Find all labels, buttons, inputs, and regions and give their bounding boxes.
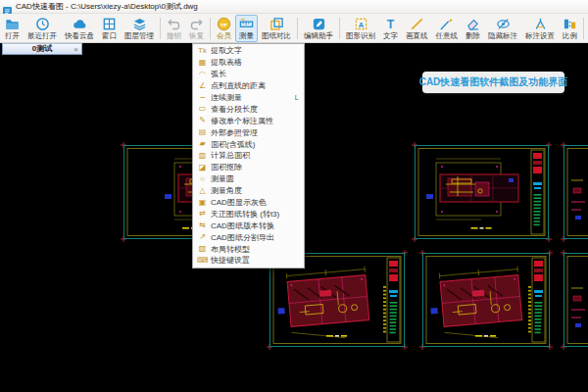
drawing-compare-button[interactable]: 图纸对比 [258,15,295,42]
version-convert-icon: ⇆ [197,220,208,230]
menu-item[interactable]: ◪面积抠除 [193,162,304,173]
main-toolbar: 打开最近打开快看云盘窗口图层管理撤销恢复VIP会员测量图纸对比编辑助手A图形识别… [0,14,588,43]
document-tab-label: 0测试 [32,44,52,54]
menu-item[interactable]: ▰面积(含弧线) [193,138,304,150]
recent-open-label: 最近打开 [27,31,57,40]
menu-item[interactable]: ▥计算总面积 [193,150,304,162]
delete-button[interactable]: 删除 [462,15,484,42]
measure-label: 测量 [239,31,254,40]
open-label: 打开 [5,31,20,40]
menu-item-label: 弧长 [211,69,226,79]
tab-close-icon[interactable]: × [74,44,78,55]
menu-item[interactable]: Tk提取文字 [193,45,304,57]
menu-item[interactable]: ✎修改单个标注属性 [193,115,304,126]
svg-text:VIP: VIP [220,23,227,27]
cad-sheet-top-right [415,145,549,239]
scale-icon [563,17,577,31]
menu-item[interactable]: ⇆CAD图纸版本转换 [193,220,304,231]
cad-sheet-bottom-far-right-partial [564,253,588,347]
freehand-line-label: 任意线 [436,31,459,40]
menu-item[interactable]: ⌨快捷键设置 [193,255,304,267]
drawing-compare-label: 图纸对比 [262,31,291,40]
menu-item[interactable]: ▧布局转模型 [193,243,304,255]
undo-icon [167,17,181,31]
menu-item[interactable]: ▣CAD图显示灰色 [193,197,304,209]
freehand-line-icon [439,17,454,31]
menu-item[interactable]: ↗CAD图纸分割导出 [193,231,304,243]
menu-item[interactable]: △测量角度 [193,185,304,197]
menu-item[interactable]: ⇄天正图纸转换 (转t3) [193,208,304,220]
window-button[interactable]: 窗口 [98,15,121,42]
hotkey-settings-icon: ⌨ [197,256,208,266]
annotation-settings-icon [533,17,548,31]
split-export-icon: ↗ [197,232,208,242]
menu-item[interactable]: ∠点到直线的距离 [193,80,304,92]
open-button[interactable]: 打开 [1,15,24,42]
redo-button: 恢复 [185,15,208,42]
measure-button[interactable]: 测量 [235,15,258,42]
toolbar-separator [297,18,298,39]
point-line-distance-icon: ∠ [197,81,208,91]
document-tab[interactable]: 0测试 × [2,43,82,55]
redo-label: 恢复 [189,31,204,40]
measure-icon [239,17,254,31]
menu-item-label: 测量角度 [211,185,242,196]
vip-member-label: 会员 [217,31,231,40]
drawing-canvas[interactable]: 0测试 × [0,43,588,392]
draw-line-button[interactable]: 画直线 [402,15,432,42]
layer-manager-button[interactable]: 图层管理 [121,15,158,42]
menu-item[interactable]: ◠弧长 [193,69,304,80]
extract-table-icon: ▦ [197,58,208,68]
toolbar-separator [210,18,211,39]
menu-item-label: 提取表格 [211,57,242,68]
menu-item-label: 连续测量 [211,92,242,103]
edit-assistant-label: 编辑助手 [304,31,333,40]
menu-item[interactable]: ▤外部参照管理 [193,126,304,138]
menu-item-label: 布局转模型 [211,244,250,255]
freehand-line-button[interactable]: 任意线 [432,15,463,42]
menu-item-label: CAD图纸分割导出 [211,232,274,243]
shape-recognition-label: 图形识别 [346,31,375,40]
shape-recognition-button[interactable]: A图形识别 [342,15,379,42]
hide-annotation-label: 隐藏标注 [488,31,517,40]
measure-circle-icon: ○ [197,174,208,184]
layout-to-model-icon: ▧ [197,244,208,254]
menu-item-label: 测量圆 [211,173,234,184]
edit-assistant-button[interactable]: 编辑助手 [300,15,337,42]
text-button[interactable]: T文字 [379,15,402,42]
vip-member-button[interactable]: VIP会员 [213,15,235,42]
cad-sheet-top-far-right-partial [564,145,588,239]
menu-item[interactable]: ▦提取表格 [193,57,304,69]
cloud-drive-button[interactable]: 快看云盘 [61,15,98,42]
layers-icon [132,17,147,31]
menu-item-label: 外部参照管理 [211,127,258,138]
redo-icon [189,17,204,31]
menu-item-label: 面积(含弧线) [211,139,255,150]
hide-annotation-button[interactable]: 隐藏标注 [484,15,521,42]
scale-button[interactable]: 比例 [559,15,581,42]
draw-line-icon [410,17,424,31]
recent-open-button[interactable]: 最近打开 [24,15,61,42]
menu-item-label: 提取文字 [211,45,242,56]
menu-item-label: 天正图纸转换 (转t3) [211,209,279,220]
extract-text-icon: Tk [197,46,208,56]
promo-banner-text: CAD快速看图软件截图及功能界面 [419,75,568,89]
menu-item[interactable]: ▭查看分段长度 [193,103,304,115]
window-label: 窗口 [102,31,117,40]
window-title: CAD快速看图 - C:\Users\xiezy-a\Desktop\0测试.d… [16,1,198,12]
gray-display-icon: ▣ [197,198,208,208]
menu-item[interactable]: ∼连续测量L [193,92,304,104]
menu-item[interactable]: ○测量圆 [193,173,304,185]
menu-item-label: 修改单个标注属性 [211,116,273,126]
annotation-settings-label: 标注设置 [525,31,555,40]
menu-item-label: 面积抠除 [211,162,242,172]
menu-item-shortcut: L [291,93,299,102]
toolbar-separator [160,18,161,39]
cloud-icon [73,17,87,31]
annotation-settings-button[interactable]: 标注设置 [521,15,559,42]
area-deduct-icon: ◪ [197,163,208,172]
edit-assistant-icon [312,17,326,31]
promo-banner: CAD快速看图软件截图及功能界面 [422,72,564,93]
cad-sheet-bottom-right [422,253,550,347]
vip-icon: VIP [217,17,231,31]
